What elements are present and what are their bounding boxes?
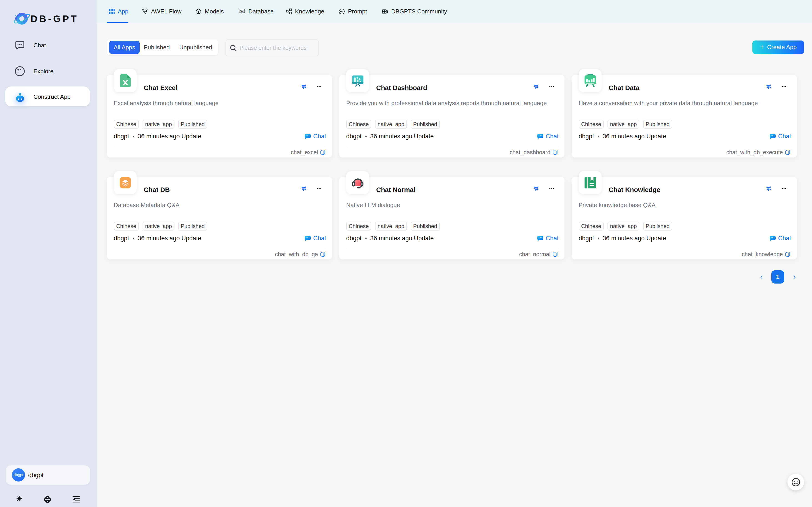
svg-text:DB-GPT: DB-GPT — [30, 13, 78, 24]
svg-text:SQL: SQL — [240, 10, 244, 12]
